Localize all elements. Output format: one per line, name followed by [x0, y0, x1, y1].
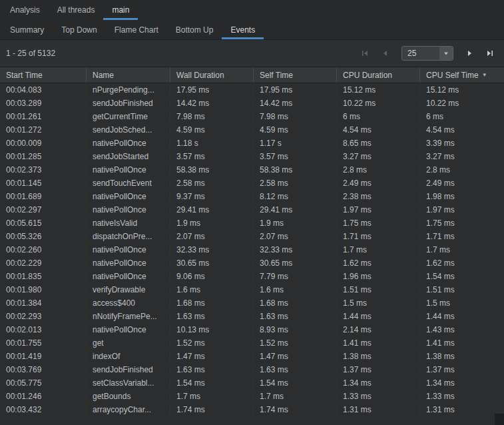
- table-cell: nPurgePending...: [87, 85, 170, 95]
- table-cell: sendJobSched...: [87, 125, 170, 135]
- table-row[interactable]: 00:03.769sendJobFinished1.63 ms1.63 ms1.…: [0, 363, 504, 376]
- table-cell: sendJobFinished: [87, 99, 170, 108]
- table-row[interactable]: 00:01.285sendJobStarted3.57 ms3.57 ms3.2…: [0, 150, 504, 163]
- table-cell: 8.12 ms: [254, 192, 337, 201]
- table-cell: 14.42 ms: [254, 99, 337, 108]
- table-cell: verifyDrawable: [87, 285, 170, 294]
- table-cell: 1.5 ms: [420, 298, 504, 308]
- tab-events[interactable]: Events: [222, 20, 264, 39]
- table-row[interactable]: 00:05.326dispatchOnPre...2.07 ms2.07 ms1…: [0, 230, 504, 243]
- table-row[interactable]: 00:05.615nativeIsValid1.9 ms1.9 ms1.75 m…: [0, 216, 504, 230]
- page-size-select[interactable]: 25: [401, 46, 453, 61]
- table-cell: setClassVariabl...: [87, 378, 170, 388]
- table-row[interactable]: 00:03.432arraycopyChar...1.74 ms1.74 ms1…: [0, 403, 504, 416]
- table-cell: 8.65 ms: [337, 139, 420, 148]
- table-cell: 3.27 ms: [420, 152, 504, 161]
- column-header-cpu-duration[interactable]: CPU Duration: [337, 67, 420, 83]
- first-page-button[interactable]: [356, 45, 374, 61]
- table-cell: 29.41 ms: [170, 205, 254, 214]
- table-row[interactable]: 00:02.373nativePollOnce58.38 ms58.38 ms2…: [0, 163, 504, 177]
- table-cell: 1.75 ms: [420, 218, 504, 228]
- table-cell: 1.97 ms: [337, 205, 420, 214]
- table-row[interactable]: 00:01.419indexOf1.47 ms1.47 ms1.38 ms1.3…: [0, 350, 504, 363]
- table-cell: 1.47 ms: [254, 352, 337, 361]
- table-row[interactable]: 00:03.289sendJobFinished14.42 ms14.42 ms…: [0, 97, 504, 110]
- tab-top-down[interactable]: Top Down: [53, 20, 105, 39]
- table-cell: 00:02.373: [0, 165, 87, 175]
- table-row[interactable]: 00:01.835nativePollOnce9.06 ms7.79 ms1.9…: [0, 270, 504, 283]
- tab-bottom-up[interactable]: Bottom Up: [167, 20, 222, 39]
- table-cell: 1.7 ms: [254, 392, 337, 401]
- pagination-bar: 1 - 25 of 5132 25: [0, 40, 504, 67]
- table-cell: 1.18 s: [170, 139, 254, 148]
- table-row[interactable]: 00:04.083nPurgePending...17.95 ms17.95 m…: [0, 83, 504, 97]
- table-row[interactable]: 00:01.246getBounds1.7 ms1.7 ms1.33 ms1.3…: [0, 390, 504, 403]
- table-row[interactable]: 00:01.145sendTouchEvent2.58 ms2.58 ms2.4…: [0, 177, 504, 190]
- table-cell: get: [87, 338, 170, 348]
- table-cell: 1.62 ms: [337, 258, 420, 268]
- tab-all-threads[interactable]: All threads: [49, 0, 104, 20]
- table-cell: 1.52 ms: [170, 338, 254, 348]
- table-cell: 3.27 ms: [337, 152, 420, 161]
- column-header-label: Name: [93, 71, 114, 80]
- column-header-name[interactable]: Name: [87, 67, 170, 83]
- table-cell: 1.51 ms: [420, 285, 504, 294]
- table-cell: 1.54 ms: [170, 378, 254, 388]
- table-cell: 4.59 ms: [170, 125, 254, 135]
- table-cell: 1.52 ms: [254, 338, 337, 348]
- table-row[interactable]: 00:01.980verifyDrawable1.6 ms1.6 ms1.51 …: [0, 283, 504, 296]
- table-cell: 2.8 ms: [337, 165, 420, 175]
- table-row[interactable]: 00:00.009nativePollOnce1.18 s1.17 s8.65 …: [0, 137, 504, 150]
- table-row[interactable]: 00:02.297nativePollOnce29.41 ms29.41 ms1…: [0, 203, 504, 216]
- column-header-wall-duration[interactable]: Wall Duration: [170, 67, 254, 83]
- tab-main[interactable]: main: [103, 0, 138, 20]
- first-page-icon: [361, 49, 369, 57]
- tab-analysis[interactable]: Analysis: [1, 0, 49, 20]
- column-header-label: CPU Duration: [343, 71, 392, 80]
- table-cell: 1.34 ms: [420, 378, 504, 388]
- column-header-cpu-self-time[interactable]: CPU Self Time ▼: [420, 67, 504, 83]
- table-cell: nativePollOnce: [87, 258, 170, 268]
- table-cell: 1.6 ms: [170, 285, 254, 294]
- table-row[interactable]: 00:01.384access$4001.68 ms1.68 ms1.5 ms1…: [0, 296, 504, 310]
- table-cell: 9.37 ms: [170, 192, 254, 201]
- table-row[interactable]: 00:02.013nativePollOnce10.13 ms8.93 ms2.…: [0, 323, 504, 336]
- tab-flame-chart[interactable]: Flame Chart: [106, 20, 167, 39]
- table-cell: 6 ms: [420, 112, 504, 121]
- table-row[interactable]: 00:02.229nativePollOnce30.65 ms30.65 ms1…: [0, 256, 504, 270]
- column-header-start-time[interactable]: Start Time: [0, 67, 87, 83]
- last-page-button[interactable]: [481, 45, 499, 61]
- table-cell: 1.51 ms: [337, 285, 420, 294]
- next-page-button[interactable]: [461, 45, 479, 61]
- table-cell: 1.41 ms: [420, 338, 504, 348]
- table-cell: sendJobFinished: [87, 365, 170, 374]
- table-cell: 00:01.384: [0, 298, 87, 308]
- table-cell: 2.07 ms: [170, 232, 254, 241]
- table-cell: 6 ms: [337, 112, 420, 121]
- tab-summary[interactable]: Summary: [1, 20, 53, 39]
- table-row[interactable]: 00:01.261getCurrentTime7.98 ms7.98 ms6 m…: [0, 110, 504, 123]
- table-cell: 8.93 ms: [254, 325, 337, 334]
- table-row[interactable]: 00:05.775setClassVariabl...1.54 ms1.54 m…: [0, 376, 504, 390]
- tab-label: Events: [230, 25, 255, 35]
- last-page-icon: [486, 49, 494, 57]
- table-row[interactable]: 00:02.293nNotifyFramePe...1.63 ms1.63 ms…: [0, 310, 504, 323]
- table-cell: 1.97 ms: [420, 205, 504, 214]
- tab-label: Analysis: [10, 5, 40, 15]
- table-cell: nativePollOnce: [87, 165, 170, 175]
- column-header-self-time[interactable]: Self Time: [254, 67, 337, 83]
- table-row[interactable]: 00:01.755get1.52 ms1.52 ms1.41 ms1.41 ms: [0, 336, 504, 350]
- table-row[interactable]: 00:02.260nativePollOnce32.33 ms32.33 ms1…: [0, 243, 504, 256]
- column-header-label: Self Time: [260, 71, 293, 80]
- table-cell: 1.7 ms: [170, 392, 254, 401]
- table-cell: 00:01.246: [0, 392, 87, 401]
- table-cell: nativePollOnce: [87, 272, 170, 281]
- table-cell: 1.44 ms: [337, 312, 420, 321]
- table-header: Start Time Name Wall Duration Self Time …: [0, 67, 504, 83]
- table-row[interactable]: 00:01.689nativePollOnce9.37 ms8.12 ms2.3…: [0, 190, 504, 203]
- table-cell: 00:05.615: [0, 218, 87, 228]
- column-header-label: CPU Self Time: [426, 71, 479, 80]
- table-row[interactable]: 00:01.272sendJobSched...4.59 ms4.59 ms4.…: [0, 123, 504, 137]
- table-cell: getBounds: [87, 392, 170, 401]
- prev-page-button[interactable]: [376, 45, 393, 61]
